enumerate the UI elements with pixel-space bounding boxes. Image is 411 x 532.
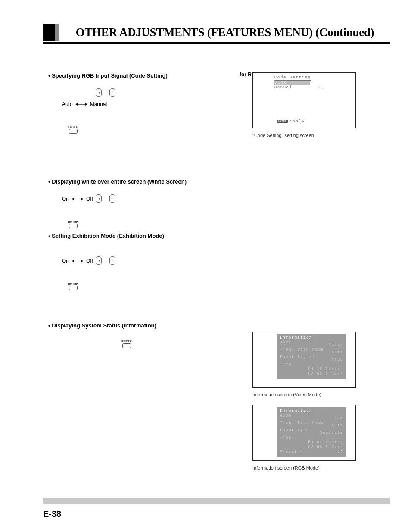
enter-label: ENTER bbox=[121, 340, 132, 343]
osd-line: Freq. bbox=[280, 436, 295, 440]
osd-line: Mode bbox=[280, 414, 292, 418]
section-white-screen: Displaying white over entire screen (Whi… bbox=[48, 178, 250, 228]
left-arrow-icon: ◂ bbox=[96, 88, 102, 97]
toggle-on-off: On Off bbox=[62, 258, 250, 264]
osd-line: Freq. bbox=[280, 362, 295, 367]
enter-button-graphic: ENTER bbox=[68, 217, 250, 228]
enter-label: ENTER bbox=[68, 220, 78, 223]
enter-keycap-icon bbox=[69, 286, 78, 290]
right-arrow-icon: ▸ bbox=[109, 256, 115, 265]
left-arrow-icon: ◂ bbox=[96, 256, 102, 265]
information-rgb-caption: Information screen (RGB Mode) bbox=[252, 465, 390, 470]
osd-line: Freq. Scan Mode bbox=[280, 421, 324, 425]
enter-button-graphic: ENTER bbox=[68, 122, 250, 134]
section-code-setting: Specifying RGB Input Signal (Code Settin… bbox=[48, 72, 250, 134]
title-accent-dark bbox=[43, 24, 55, 41]
option-on: On bbox=[62, 258, 69, 264]
svg-marker-2 bbox=[85, 103, 87, 106]
osd-line: Freq. Scan Mode bbox=[280, 348, 324, 352]
osd-line: Preset No. bbox=[280, 450, 309, 454]
osd-line: fV 60.0 Hz/- bbox=[280, 372, 343, 376]
title-underline bbox=[43, 42, 390, 44]
code-setting-screen: Code Setting Auto Manuel02 ENTERapply bbox=[252, 72, 356, 128]
osd-apply-badge: ENTER bbox=[277, 120, 288, 123]
option-off: Off bbox=[86, 258, 93, 264]
toggle-auto-manual: Auto Manual bbox=[62, 101, 250, 107]
osd-line: 15 bbox=[337, 450, 343, 454]
heading-information: Displaying System Status (Information) bbox=[48, 322, 250, 329]
osd-info-title: Information bbox=[280, 336, 312, 340]
osd-line: fV 60.5 Hz/- bbox=[280, 445, 343, 450]
page-title-bar: OTHER ADJUSTMENTS (FEATURES MENU) (Conti… bbox=[43, 24, 390, 41]
osd-apply-label: apply bbox=[290, 119, 305, 124]
osd-row-manual-label: Manuel bbox=[274, 85, 292, 90]
title-accent-mid bbox=[55, 24, 59, 41]
svg-marker-7 bbox=[72, 260, 74, 262]
code-setting-caption: "Code Setting" setting screen bbox=[252, 133, 390, 138]
toggle-on-off: On Off bbox=[62, 196, 250, 202]
heading-white-screen: Displaying white over entire screen (Whi… bbox=[48, 178, 250, 185]
right-arrow-icon: ▸ bbox=[109, 88, 115, 97]
arrow-buttons-row: ◂ ▸ bbox=[96, 88, 250, 97]
page-number: E-38 bbox=[43, 509, 61, 519]
osd-title: Code Setting bbox=[274, 75, 311, 81]
osd-line: fH 15.7KHz/- bbox=[280, 367, 343, 372]
information-video-caption: Information screen (Video Mode) bbox=[252, 392, 390, 397]
footer-bar bbox=[43, 498, 390, 504]
right-column: Code Setting Auto Manuel02 ENTERapply "C… bbox=[252, 72, 390, 470]
option-off: Off bbox=[86, 196, 93, 202]
osd-line: fH 37.9KHz/- bbox=[280, 440, 343, 445]
enter-keycap-icon bbox=[69, 129, 78, 134]
left-column: Specifying RGB Input Signal (Code Settin… bbox=[43, 72, 250, 470]
heading-exhibition-mode: Setting Exhibition Mode (Exhibition Mode… bbox=[48, 233, 250, 239]
enter-button-graphic: ENTER bbox=[121, 336, 250, 348]
osd-info-title: Information bbox=[280, 409, 312, 413]
osd-line: Input Sync bbox=[280, 428, 309, 432]
svg-marker-4 bbox=[72, 198, 74, 200]
double-arrow-icon bbox=[72, 197, 84, 201]
osd-line: Mode bbox=[280, 340, 292, 345]
section-information: Displaying System Status (Information) E… bbox=[48, 322, 250, 348]
osd-row-manual-value: 02 bbox=[317, 85, 323, 90]
heading-code-setting: Specifying RGB Input Signal (Code Settin… bbox=[48, 72, 250, 79]
enter-label: ENTER bbox=[68, 282, 78, 285]
osd-row-auto: Auto bbox=[274, 81, 310, 85]
option-on: On bbox=[62, 196, 69, 202]
option-manual: Manual bbox=[90, 101, 107, 107]
document-page: OTHER ADJUSTMENTS (FEATURES MENU) (Conti… bbox=[0, 0, 411, 532]
svg-marker-5 bbox=[81, 198, 84, 200]
right-arrow-icon: ▸ bbox=[109, 194, 115, 203]
left-arrow-icon: ◂ bbox=[96, 194, 102, 203]
svg-marker-1 bbox=[75, 103, 78, 106]
enter-label: ENTER bbox=[68, 125, 78, 128]
osd-apply-row: ENTERapply bbox=[277, 119, 305, 124]
svg-marker-8 bbox=[81, 260, 84, 262]
double-arrow-icon bbox=[72, 259, 84, 263]
enter-keycap-icon bbox=[69, 224, 78, 228]
double-arrow-icon bbox=[75, 102, 87, 106]
enter-keycap-icon bbox=[122, 343, 131, 348]
osd-line: Input Signal bbox=[280, 355, 315, 359]
information-screen-rgb: Information Mode RGB Freq. Scan Mode Aut… bbox=[252, 405, 356, 461]
enter-button-graphic: ENTER bbox=[68, 279, 250, 290]
page-title: OTHER ADJUSTMENTS (FEATURES MENU) (Conti… bbox=[59, 24, 390, 41]
information-screen-video: Information Mode Video Freq. Scan Mode A… bbox=[252, 332, 356, 388]
option-auto: Auto bbox=[62, 101, 73, 107]
section-exhibition-mode: Setting Exhibition Mode (Exhibition Mode… bbox=[48, 233, 250, 290]
